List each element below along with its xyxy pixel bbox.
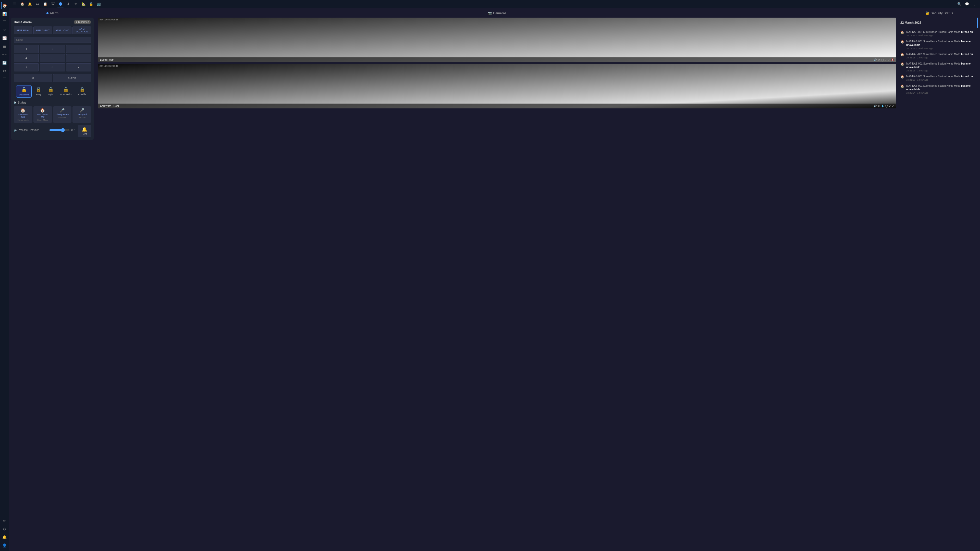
night-icon: 🔒 <box>48 87 54 92</box>
alarm-panel-title: Home Alarm <box>14 21 32 24</box>
top-nav-chat[interactable]: 💬 <box>964 1 970 7</box>
top-nav-house[interactable]: 🏡 <box>80 1 87 7</box>
camera-courtyard-label: Courtyard - Rear 🔊 ⚙ 💧 ◯ ✓ ✓ <box>98 103 896 108</box>
arm-away-button[interactable]: ARM AWAY <box>14 27 32 34</box>
sidebar-item-chart[interactable]: 📈 <box>1 35 8 42</box>
living-room-cam-name: Living Room <box>100 59 115 61</box>
sidebar-item-close[interactable]: ✕ <box>1 27 8 34</box>
mode-outside[interactable]: 🔒 Outside <box>76 85 89 98</box>
mode-downstairs[interactable]: 🔒 Downstairs <box>58 85 74 98</box>
living-room-cam-controls: 🔊 ⚙ ◯ ✓ ✓ 🔇 <box>873 59 894 61</box>
keypad-8[interactable]: 8 <box>40 63 65 71</box>
top-nav-circle[interactable]: ⬤ <box>57 1 64 7</box>
top-nav-groups[interactable]: 🏘 <box>34 1 41 7</box>
sidebar-item-list[interactable]: ☰ <box>1 18 8 25</box>
sidebar-item-dashboard[interactable]: 📊 <box>1 10 8 17</box>
top-nav-tv[interactable]: 📺 <box>95 1 102 7</box>
keypad-0[interactable]: 0 <box>14 74 52 82</box>
top-nav-list[interactable]: 📋 <box>42 1 48 7</box>
arm-home-button[interactable]: ARM HOME <box>53 27 72 34</box>
cam-ctrl-check4[interactable]: ✓ <box>892 105 894 107</box>
log-icon-2: 🏠 <box>900 40 904 44</box>
keypad-5[interactable]: 5 <box>40 54 65 62</box>
top-nav-image[interactable]: 🖼 <box>49 1 56 7</box>
top-nav-menu[interactable]: ☰ <box>11 1 18 7</box>
disarmed-label: Disarmed <box>19 94 29 96</box>
mode-night[interactable]: 🔒 Night <box>45 85 56 98</box>
code-input[interactable] <box>14 37 91 43</box>
sidebar-item-log[interactable]: LOG <box>1 51 8 58</box>
top-nav-bell[interactable]: 🔔 <box>27 1 33 7</box>
cam-ctrl-check1[interactable]: ✓ <box>885 59 887 61</box>
sidebar-item-profile[interactable]: 👤 <box>1 542 8 549</box>
keypad-4[interactable]: 4 <box>14 54 39 62</box>
living-room-icon: 🎤 <box>60 108 65 113</box>
mode-icons: 🔓 Disarmed 🔓 Away 🔒 Night 🔒 Downstairs 🔒 <box>14 85 91 98</box>
mode-away[interactable]: 🔓 Away <box>33 85 44 98</box>
top-nav-download[interactable]: ⬇ <box>65 1 72 7</box>
status-bottom-row: 🔈 Volume - Intruder 0.7 🔔 Test <box>14 125 91 137</box>
camera-courtyard-preview <box>98 64 896 108</box>
badge-dot <box>76 21 77 23</box>
camera-living-room: 22/01/2023 20:38:15 Living Room 🔊 ⚙ ◯ ✓ … <box>98 17 896 62</box>
volume-slider[interactable] <box>49 128 70 132</box>
log-icon-1: 🏠 <box>900 30 904 34</box>
sidebar-item-home[interactable]: 🏠 <box>1 2 8 9</box>
courtyard-sub: Unmuted <box>78 116 86 119</box>
top-nav-home[interactable]: 🏠 <box>19 1 25 7</box>
log-item-2: 🏠 MAT-NAS-001 Surveillance Station Home … <box>900 40 978 50</box>
sidebar-item-edit[interactable]: ✏ <box>1 517 8 524</box>
arm-vacation-button[interactable]: ARM VACATION <box>73 27 91 34</box>
nas002-icon: 🏠 <box>40 108 45 113</box>
keypad-2[interactable]: 2 <box>40 45 65 53</box>
test-button[interactable]: 🔔 Test <box>78 125 91 137</box>
cam-ctrl-circle[interactable]: ◯ <box>881 59 884 61</box>
security-date-text: 22 March 2023 <box>900 21 921 24</box>
keypad-clear[interactable]: CLEAR <box>53 74 91 82</box>
log-item-5: 🏠 MAT-NAS-001 Surveillance Station Home … <box>900 75 978 82</box>
keypad-1[interactable]: 1 <box>14 45 39 53</box>
alarm-dot <box>46 12 48 14</box>
keypad-3[interactable]: 3 <box>66 45 91 53</box>
top-nav-pencil[interactable]: ✏ <box>73 1 79 7</box>
cam-ctrl-check3[interactable]: ✓ <box>889 105 891 107</box>
top-nav-more[interactable]: ⋮ <box>971 1 978 7</box>
sidebar-item-lines[interactable]: ☰ <box>1 76 8 83</box>
disarmed-icon: 🔓 <box>21 87 27 93</box>
top-nav-lock[interactable]: 🔒 <box>88 1 94 7</box>
status-title: Status <box>18 101 26 104</box>
camera-living-room-label: Living Room 🔊 ⚙ ◯ ✓ ✓ 🔇 <box>98 57 896 62</box>
camera-courtyard-rear: 22/01/2023 20:38:16 Courtyard - Rear 🔊 ⚙… <box>98 64 896 108</box>
cam-ctrl-settings[interactable]: ⚙ <box>878 59 880 61</box>
away-icon: 🔓 <box>36 87 41 92</box>
sidebar-item-menu[interactable]: ☰ <box>1 43 8 50</box>
top-nav-search[interactable]: 🔍 <box>956 1 963 7</box>
sidebar-item-notifications[interactable]: 🔔 <box>1 534 8 541</box>
sidebar-item-files[interactable]: 🗂 <box>1 67 8 75</box>
courtyard-icon: 🎤 <box>80 108 84 113</box>
living-room-name: Living Room <box>56 113 68 116</box>
alarm-section-header: Alarm <box>11 11 94 15</box>
sidebar-item-history[interactable]: 🔄 <box>1 59 8 66</box>
keypad-9[interactable]: 9 <box>66 63 91 71</box>
scrollbar[interactable] <box>977 17 978 28</box>
cam-ctrl-mute[interactable]: 🔇 <box>891 59 894 61</box>
cam-ctrl-circle2[interactable]: ◯ <box>885 105 888 107</box>
cam-ctrl-settings2[interactable]: ⚙ <box>878 105 880 107</box>
keypad-7[interactable]: 7 <box>14 63 39 71</box>
camera-living-room-preview <box>98 17 896 62</box>
log-text-6: MAT-NAS-001 Surveillance Station Home Mo… <box>906 84 978 95</box>
courtyard-name: Courtyard <box>77 113 87 116</box>
device-living-room: 🎤 Living Room Unmuted <box>53 106 72 123</box>
log-text-4: MAT-NAS-001 Surveillance Station Home Mo… <box>906 62 978 73</box>
cam-ctrl-sound2[interactable]: 🔊 <box>873 105 877 107</box>
cam-ctrl-sound[interactable]: 🔊 <box>873 59 877 61</box>
alarm-column: Alarm Home Alarm Disarmed ARM AWAY ARM N… <box>9 8 96 551</box>
cam-ctrl-check2[interactable]: ✓ <box>888 59 890 61</box>
cam-ctrl-drop[interactable]: 💧 <box>881 105 884 107</box>
arm-night-button[interactable]: ARM NIGHT <box>33 27 52 34</box>
sidebar-item-settings[interactable]: ⚙ <box>1 526 8 533</box>
keypad-6[interactable]: 6 <box>66 54 91 62</box>
mode-disarmed[interactable]: 🔓 Disarmed <box>16 85 32 98</box>
night-label: Night <box>48 93 53 96</box>
